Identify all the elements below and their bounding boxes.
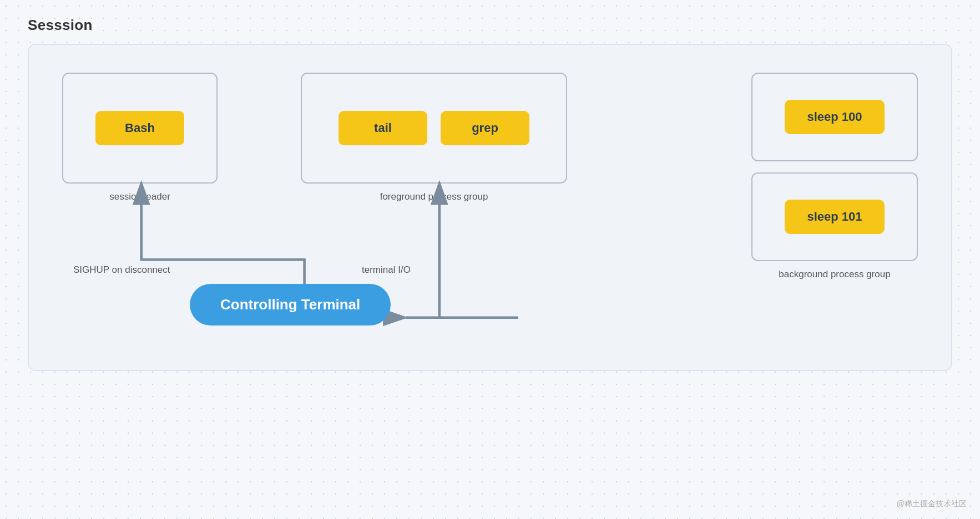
session-title: Sesssion xyxy=(28,17,952,34)
sighup-label: SIGHUP on disconnect xyxy=(73,264,170,276)
session-leader-label: session leader xyxy=(109,191,170,202)
terminal-io-label: terminal I/O xyxy=(362,264,411,276)
foreground-group-label: foreground process group xyxy=(380,191,488,202)
bash-process: Bash xyxy=(95,111,184,145)
session-leader-box: Bash xyxy=(62,73,218,184)
sleep101-process: sleep 101 xyxy=(785,200,884,234)
session-leader-group: Bash session leader xyxy=(62,73,218,202)
session-box: Bash session leader tail grep foreground… xyxy=(28,44,952,371)
controlling-terminal: Controlling Terminal xyxy=(190,284,391,325)
grep-process: grep xyxy=(441,111,529,145)
foreground-group-box: tail grep xyxy=(301,73,567,184)
background-group: sleep 100 sleep 101 background process g… xyxy=(751,73,918,280)
foreground-group: tail grep foreground process group xyxy=(301,73,567,202)
tail-process: tail xyxy=(339,111,427,145)
watermark: @稀土掘金技术社区 xyxy=(897,499,967,509)
background-group-label: background process group xyxy=(779,269,890,280)
main-container: Sesssion Bash session leader tail grep f… xyxy=(28,17,952,502)
background-group-box-1: sleep 100 xyxy=(751,73,918,161)
background-group-box-2: sleep 101 xyxy=(751,172,918,261)
sleep100-process: sleep 100 xyxy=(785,100,884,134)
